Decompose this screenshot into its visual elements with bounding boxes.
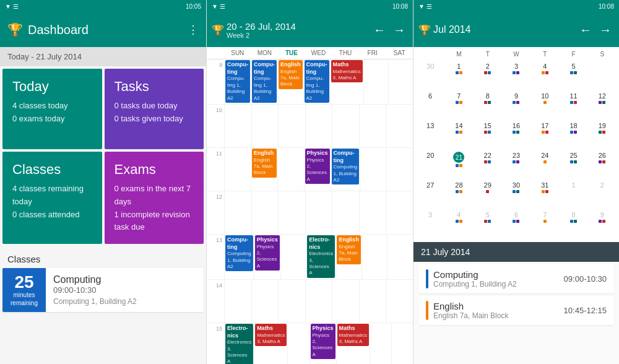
month-day-3next[interactable]: 3 <box>416 210 444 238</box>
today-line2: 0 exams today <box>12 113 92 126</box>
exams-card[interactable]: Exams 0 exams in the next 7 days 1 incom… <box>105 152 204 244</box>
month-next-button[interactable]: → <box>597 20 614 40</box>
slot-15-sun[interactable]: Electro-nics Electronics 3, Sciences A <box>224 323 254 364</box>
month-day-20[interactable]: 20 <box>416 150 444 179</box>
slot-9-wed[interactable]: Compu-ting Compu-ting 1, Building A2 <box>303 59 330 104</box>
month-day-4next[interactable]: 4 <box>444 210 473 238</box>
slot-13-sun[interactable]: Compu-ting Computing 1, Building A2 <box>224 235 254 279</box>
event-english-tue9[interactable]: English English 7a, Main Block <box>279 60 303 89</box>
month-day-30prev[interactable]: 30 <box>416 61 444 90</box>
month-day-18[interactable]: 18 <box>559 121 587 149</box>
month-day-22[interactable]: 22 <box>474 150 502 179</box>
month-day-13[interactable]: 13 <box>416 121 444 149</box>
month-day-1next[interactable]: 1 <box>559 180 587 209</box>
tasks-card[interactable]: Tasks 0 tasks due today 0 tasks given to… <box>105 69 204 149</box>
time-label-13: 13 <box>207 235 224 279</box>
slot-11-thu[interactable]: Compu-ting Computing 1, Building A2 <box>331 148 360 191</box>
month-day-15[interactable]: 15 <box>474 121 502 149</box>
week-next-button[interactable]: → <box>391 20 408 40</box>
slot-13-tue <box>280 235 306 279</box>
event-computing-sun9[interactable]: Compu-ting Compu-ting 1, Building A2 <box>225 60 250 103</box>
month-day-3[interactable]: 3 <box>502 61 530 90</box>
month-day-7[interactable]: 7 <box>444 91 473 119</box>
week-prev-button[interactable]: ← <box>371 20 388 40</box>
agenda-item-english[interactable]: English English 7a, Main Block 10:45-12:… <box>418 296 614 325</box>
month-day-10[interactable]: 10 <box>530 91 559 119</box>
event-maths-thu9[interactable]: Maths Mathematics 3, Maths A <box>331 60 363 82</box>
classes-card[interactable]: Classes 4 classes remaining today 0 clas… <box>2 152 102 244</box>
slot-13-mon[interactable]: Physics Physics 2, Sciences A <box>254 235 280 279</box>
month-day-27[interactable]: 27 <box>416 180 444 209</box>
event-english-thu13[interactable]: English English 7a, Main Block <box>337 235 361 264</box>
month-day-8next[interactable]: 8 <box>559 210 587 238</box>
event-computing-wed9[interactable]: Compu-ting Compu-ting 1, Building A2 <box>305 60 329 103</box>
slot-15-thu[interactable]: Maths Mathematics 3, Maths A <box>336 323 370 364</box>
month-day-24[interactable]: 24 <box>530 150 559 179</box>
time-row-14: 14 <box>207 280 413 323</box>
time-col-header <box>207 47 224 59</box>
event-english-mon11[interactable]: English English 7a, Main Block <box>252 149 277 178</box>
event-computing-mon9[interactable]: Compu-ting Compu-ting 1, Building A2 <box>252 60 277 103</box>
month-day-8[interactable]: 8 <box>474 91 502 119</box>
slot-9-sun[interactable]: Compu-ting Compu-ting 1, Building A2 <box>224 59 251 104</box>
event-computing-thu11[interactable]: Compu-ting Computing 1, Building A2 <box>332 149 360 185</box>
signal-icon: ▼ ☰ <box>5 3 19 10</box>
event-physics-mon13[interactable]: Physics Physics 2, Sciences A <box>255 235 280 271</box>
month-day-31[interactable]: 31 <box>530 180 559 209</box>
month-day-12[interactable]: 12 <box>588 91 617 119</box>
event-electronics-wed13[interactable]: Electro-nics Electronics 3, Sciences A <box>307 235 335 278</box>
slot-15-wed[interactable]: Physics Physics 2, Sciences A <box>310 323 336 364</box>
slot-15-sat <box>391 323 413 364</box>
month-day-16[interactable]: 16 <box>502 121 530 149</box>
month-prev-button[interactable]: ← <box>577 20 594 40</box>
month-day-23[interactable]: 23 <box>502 150 530 179</box>
slot-13-thu[interactable]: English English 7a, Main Block <box>335 235 361 279</box>
month-day-2[interactable]: 2 <box>474 61 502 90</box>
slot-9-mon[interactable]: Compu-ting Compu-ting 1, Building A2 <box>251 59 277 104</box>
month-day-17[interactable]: 17 <box>530 121 559 149</box>
month-day-5[interactable]: 5 <box>559 61 587 90</box>
month-day-26[interactable]: 26 <box>588 150 617 179</box>
class-list-item[interactable]: 25 minutesremaining Computing 09:00-10:3… <box>2 268 204 312</box>
event-maths-mon15[interactable]: Maths Mathematics 3, Maths A <box>255 324 287 346</box>
month-day-30[interactable]: 30 <box>502 180 530 209</box>
agenda-item-computing[interactable]: Computing Computing 1, Building A2 09:00… <box>418 264 614 293</box>
month-day-19[interactable]: 19 <box>588 121 617 149</box>
slot-15-mon[interactable]: Maths Mathematics 3, Maths A <box>254 323 287 364</box>
class-room: Computing 1, Building A2 <box>53 297 196 306</box>
month-day-9next[interactable]: 9 <box>588 210 617 238</box>
slot-9-tue[interactable]: English English 7a, Main Block <box>277 59 303 104</box>
month-day-25[interactable]: 25 <box>559 150 587 179</box>
event-maths-thu15[interactable]: Maths Mathematics 3, Maths A <box>337 324 369 346</box>
event-physics-wed11[interactable]: Physics Physics 2, Sciences A <box>305 149 330 184</box>
month-day-9[interactable]: 9 <box>502 91 530 119</box>
dashboard-panel: ▼ ☰ 10:05 🏆 Dashboard ⋮ Today - 21 July … <box>0 0 206 364</box>
month-day-1[interactable]: 1 <box>444 61 473 90</box>
time-row-10: 10 <box>207 105 413 148</box>
month-day-21[interactable]: 21 <box>444 150 473 179</box>
month-day-7next[interactable]: 7 <box>530 210 559 238</box>
slot-12-sat <box>386 191 413 234</box>
event-physics-wed15[interactable]: Physics Physics 2, Sciences A <box>311 324 335 359</box>
event-computing-sun13[interactable]: Compu-ting Computing 1, Building A2 <box>225 235 253 272</box>
month-day-11[interactable]: 11 <box>559 91 587 119</box>
slot-13-wed[interactable]: Electro-nics Electronics 3, Sciences A <box>306 235 335 279</box>
month-day-28[interactable]: 28 <box>444 180 473 209</box>
month-day-5next[interactable]: 5 <box>474 210 502 238</box>
month-day-6next[interactable]: 6 <box>502 210 530 238</box>
more-icon[interactable]: ⋮ <box>188 23 199 37</box>
month-day-29[interactable]: 29 <box>474 180 502 209</box>
week-date-info: 20 - 26 Jul, 2014 Week 2 <box>227 21 368 39</box>
minutes-count: 25 <box>14 274 33 291</box>
slot-14-sun <box>224 280 251 323</box>
event-electronics-sun15[interactable]: Electro-nics Electronics 3, Sciences A <box>225 324 253 364</box>
month-day-4[interactable]: 4 <box>530 61 559 90</box>
month-day-14[interactable]: 14 <box>444 121 473 149</box>
slot-11-mon[interactable]: English English 7a, Main Block <box>251 148 277 191</box>
classes-line1: 4 classes remaining today <box>12 183 92 209</box>
month-day-2next[interactable]: 2 <box>588 180 617 209</box>
slot-9-thu[interactable]: Maths Mathematics 3, Maths A <box>330 59 363 104</box>
month-day-6[interactable]: 6 <box>416 91 444 119</box>
today-card[interactable]: Today 4 classes today 0 exams today <box>2 69 102 149</box>
slot-11-wed[interactable]: Physics Physics 2, Sciences A <box>304 148 331 191</box>
